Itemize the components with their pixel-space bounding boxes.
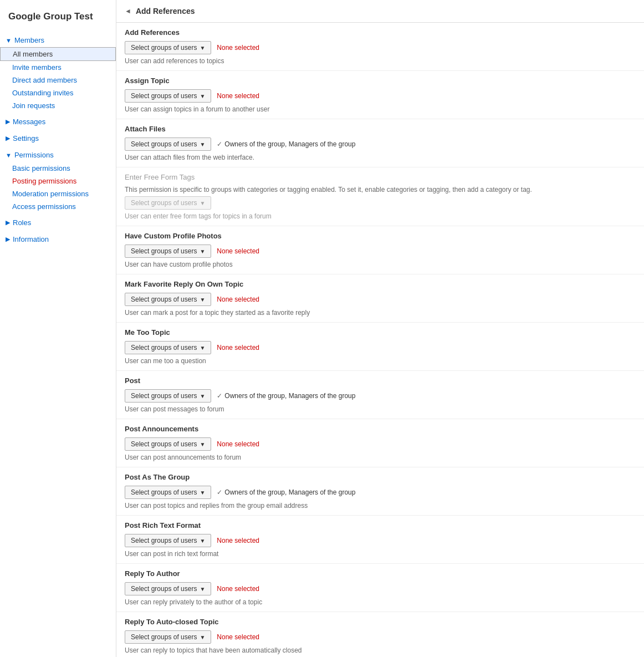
permission-desc: User can assign topics in a forum to ano… xyxy=(125,105,636,113)
permission-desc: User can add references to topics xyxy=(125,57,636,65)
permission-row: Post Select groups of users ▼ ✓ Owners o… xyxy=(116,371,644,419)
sidebar-item-access-permissions[interactable]: Access permissions xyxy=(0,200,116,213)
dropdown-caret-icon: ▼ xyxy=(200,393,205,399)
permission-name: Post As The Group xyxy=(125,473,636,481)
permission-desc: User can me too a question xyxy=(125,357,636,365)
select-groups-button[interactable]: Select groups of users ▼ xyxy=(125,293,211,306)
permission-controls: Select groups of users ▼ None selected xyxy=(125,630,636,644)
select-groups-button[interactable]: Select groups of users ▼ xyxy=(125,245,211,258)
status-selected: ✓ Owners of the group, Managers of the g… xyxy=(217,488,355,496)
select-groups-button[interactable]: Select groups of users ▼ xyxy=(125,630,211,644)
dropdown-caret-icon: ▼ xyxy=(200,45,205,51)
status-none: None selected xyxy=(217,633,259,641)
main-content: ◄ Add References Add References Select g… xyxy=(116,0,644,657)
permission-desc: User can have custom profile photos xyxy=(125,261,636,268)
permission-desc: User can post topics and replies from th… xyxy=(125,502,636,510)
nav-section-roles-toggle[interactable]: ▶ Roles xyxy=(0,216,116,230)
check-icon: ✓ xyxy=(217,488,222,496)
status-none: None selected xyxy=(217,296,259,303)
select-groups-button[interactable]: Select groups of users ▼ xyxy=(125,437,211,451)
select-groups-button[interactable]: Select groups of users ▼ xyxy=(125,137,211,151)
select-groups-button[interactable]: Select groups of users ▼ xyxy=(125,486,211,499)
nav-section-messages-toggle[interactable]: ▶ Messages xyxy=(0,115,116,129)
dropdown-caret-icon: ▼ xyxy=(200,490,205,496)
select-groups-button[interactable]: Select groups of users ▼ xyxy=(125,89,211,103)
nav-section-members-toggle[interactable]: ▼ Members xyxy=(0,33,116,47)
status-none: None selected xyxy=(217,344,259,352)
permission-name: Attach Files xyxy=(125,125,636,133)
select-groups-button[interactable]: Select groups of users ▼ xyxy=(125,41,211,54)
permission-controls: Select groups of users ▼ None selected xyxy=(125,41,636,54)
dropdown-caret-icon: ▼ xyxy=(200,93,205,99)
permission-name: Enter Free Form Tags xyxy=(125,173,636,181)
nav-section-settings: ▶ Settings xyxy=(0,131,116,145)
selected-groups-text: Owners of the group, Managers of the gro… xyxy=(224,140,355,148)
nav-section-roles: ▶ Roles xyxy=(0,216,116,230)
roles-arrow-icon: ▶ xyxy=(6,219,10,226)
sidebar-item-direct-add-members[interactable]: Direct add members xyxy=(0,74,116,86)
dropdown-caret-icon: ▼ xyxy=(200,141,205,147)
permission-name: Reply To Auto-closed Topic xyxy=(125,618,636,626)
select-groups-label: Select groups of users xyxy=(131,633,197,641)
information-arrow-icon: ▶ xyxy=(6,236,10,243)
members-arrow-icon: ▼ xyxy=(6,37,12,44)
dropdown-caret-icon: ▼ xyxy=(200,586,205,592)
dropdown-caret-icon: ▼ xyxy=(200,634,205,640)
permission-name: Post Rich Text Format xyxy=(125,521,636,529)
permission-row: Assign Topic Select groups of users ▼ No… xyxy=(116,71,644,119)
status-selected: ✓ Owners of the group, Managers of the g… xyxy=(217,392,355,400)
permission-row: Add References Select groups of users ▼ … xyxy=(116,23,644,71)
permission-row: Reply To Auto-closed Topic Select groups… xyxy=(116,612,644,657)
sidebar-item-all-members[interactable]: All members xyxy=(0,47,116,61)
permission-row: Have Custom Profile Photos Select groups… xyxy=(116,226,644,274)
permission-name: Add References xyxy=(125,28,636,37)
select-groups-label: Select groups of users xyxy=(131,296,197,303)
select-groups-label: Select groups of users xyxy=(131,585,197,593)
dropdown-caret-icon: ▼ xyxy=(200,441,205,447)
permission-name: Assign Topic xyxy=(125,77,636,85)
permission-row: Me Too Topic Select groups of users ▼ No… xyxy=(116,323,644,371)
nav-section-permissions: ▼ Permissions Basic permissions Posting … xyxy=(0,148,116,213)
select-groups-label: Select groups of users xyxy=(131,44,197,52)
nav-section-information-toggle[interactable]: ▶ Information xyxy=(0,232,116,246)
check-icon: ✓ xyxy=(217,392,222,400)
selected-groups-text: Owners of the group, Managers of the gro… xyxy=(224,488,355,496)
select-groups-button[interactable]: Select groups of users ▼ xyxy=(125,341,211,354)
select-groups-button[interactable]: Select groups of users ▼ xyxy=(125,582,211,595)
select-groups-button[interactable]: Select groups of users ▼ xyxy=(125,534,211,547)
permission-controls: Select groups of users ▼ None selected xyxy=(125,437,636,451)
permission-row: Mark Favorite Reply On Own Topic Select … xyxy=(116,274,644,323)
permission-desc: User can mark a post for a topic they st… xyxy=(125,309,636,317)
permission-desc: User can reply to topics that have been … xyxy=(125,646,636,654)
permission-desc: User can post messages to forum xyxy=(125,405,636,413)
collapse-sidebar-button[interactable]: ◄ xyxy=(125,7,131,15)
sidebar-item-moderation-permissions[interactable]: Moderation permissions xyxy=(0,187,116,200)
sidebar-item-posting-permissions[interactable]: Posting permissions xyxy=(0,175,116,187)
permissions-label: Permissions xyxy=(14,151,54,159)
dropdown-caret-icon: ▼ xyxy=(200,297,205,303)
nav-section-settings-toggle[interactable]: ▶ Settings xyxy=(0,131,116,145)
permission-desc: User can post announcements to forum xyxy=(125,454,636,461)
permission-name: Have Custom Profile Photos xyxy=(125,232,636,240)
permission-disabled-note: This permission is specific to groups wi… xyxy=(125,186,636,193)
permission-desc: User can reply privately to the author o… xyxy=(125,598,636,606)
permission-name: Me Too Topic xyxy=(125,328,636,337)
status-none: None selected xyxy=(217,247,259,255)
permission-desc: User can enter free form tags for topics… xyxy=(125,212,636,220)
sidebar-item-join-requests[interactable]: Join requests xyxy=(0,99,116,112)
permissions-arrow-icon: ▼ xyxy=(6,152,12,159)
permission-row: Enter Free Form Tags This permission is … xyxy=(116,167,644,226)
sidebar-item-basic-permissions[interactable]: Basic permissions xyxy=(0,162,116,175)
selected-groups-text: Owners of the group, Managers of the gro… xyxy=(224,392,355,400)
permission-controls: Select groups of users ▼ ✓ Owners of the… xyxy=(125,389,636,403)
select-groups-label: Select groups of users xyxy=(131,199,197,207)
permission-name: Reply To Author xyxy=(125,569,636,578)
nav-section-members: ▼ Members All members Invite members Dir… xyxy=(0,33,116,112)
sidebar-item-outstanding-invites[interactable]: Outstanding invites xyxy=(0,86,116,99)
select-groups-label: Select groups of users xyxy=(131,488,197,496)
nav-section-permissions-toggle[interactable]: ▼ Permissions xyxy=(0,148,116,162)
select-groups-button[interactable]: Select groups of users ▼ xyxy=(125,389,211,403)
settings-label: Settings xyxy=(13,134,39,142)
sidebar-item-invite-members[interactable]: Invite members xyxy=(0,61,116,74)
permissions-list: Add References Select groups of users ▼ … xyxy=(116,23,644,657)
